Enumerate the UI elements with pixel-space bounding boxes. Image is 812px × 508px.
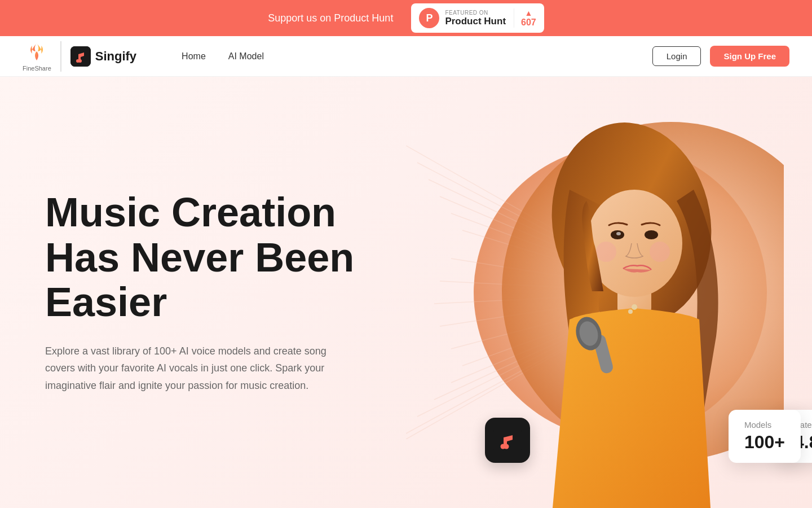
- svg-point-25: [645, 230, 658, 239]
- login-button[interactable]: Login: [652, 46, 701, 66]
- singify-icon-svg: [70, 46, 91, 67]
- hero-section: Music Creation Has Never Been Easier Exp…: [0, 77, 812, 508]
- signup-button[interactable]: Sign Up Free: [710, 46, 789, 67]
- fineshare-label: FineShare: [23, 65, 51, 72]
- nav-ai-model[interactable]: AI Model: [228, 51, 264, 62]
- svg-point-2: [78, 59, 82, 63]
- hero-title: Music Creation Has Never Been Easier: [45, 190, 395, 325]
- ph-count-area: ▲ 607: [514, 8, 536, 28]
- fineshare-icon: [25, 41, 48, 64]
- models-card: Models 100+: [729, 410, 801, 463]
- navbar: FineShare Singify Home AI Model Login Si…: [0, 36, 812, 77]
- svg-point-28: [650, 242, 670, 262]
- hero-content: Music Creation Has Never Been Easier Exp…: [45, 190, 395, 394]
- singify-brand[interactable]: Singify: [70, 46, 136, 67]
- svg-point-26: [616, 232, 621, 235]
- singify-app-icon: [70, 46, 91, 67]
- svg-point-33: [628, 309, 633, 314]
- ph-logo-icon: P: [419, 8, 439, 28]
- svg-point-32: [632, 304, 637, 310]
- ph-name: Product Hunt: [445, 16, 506, 27]
- singify-floating-icon: [485, 418, 530, 463]
- singify-float-svg: [493, 426, 522, 454]
- top-banner: Support us on Product Hunt P FEATURED ON…: [0, 0, 812, 36]
- banner-support-text: Support us on Product Hunt: [268, 12, 393, 24]
- ph-arrow-icon: ▲: [524, 8, 532, 17]
- models-label: Models: [744, 420, 785, 430]
- ph-featured-label: FEATURED ON: [445, 10, 506, 16]
- singify-name: Singify: [95, 49, 136, 64]
- fineshare-logo[interactable]: FineShare: [23, 41, 61, 72]
- svg-point-27: [596, 242, 616, 262]
- brand-area: FineShare Singify: [23, 41, 136, 72]
- ph-info: FEATURED ON Product Hunt: [445, 10, 506, 27]
- svg-point-36: [504, 444, 509, 449]
- main-nav: Home AI Model: [182, 51, 264, 62]
- ph-count-number: 607: [521, 17, 536, 28]
- hero-image-area: Rated 4.8/5 Models 100+: [417, 77, 812, 508]
- models-value: 100+: [744, 432, 785, 453]
- nav-home[interactable]: Home: [182, 51, 206, 62]
- product-hunt-badge[interactable]: P FEATURED ON Product Hunt ▲ 607: [411, 3, 544, 33]
- navbar-actions: Login Sign Up Free: [652, 46, 789, 67]
- hero-description: Explore a vast library of 100+ AI voice …: [45, 343, 327, 395]
